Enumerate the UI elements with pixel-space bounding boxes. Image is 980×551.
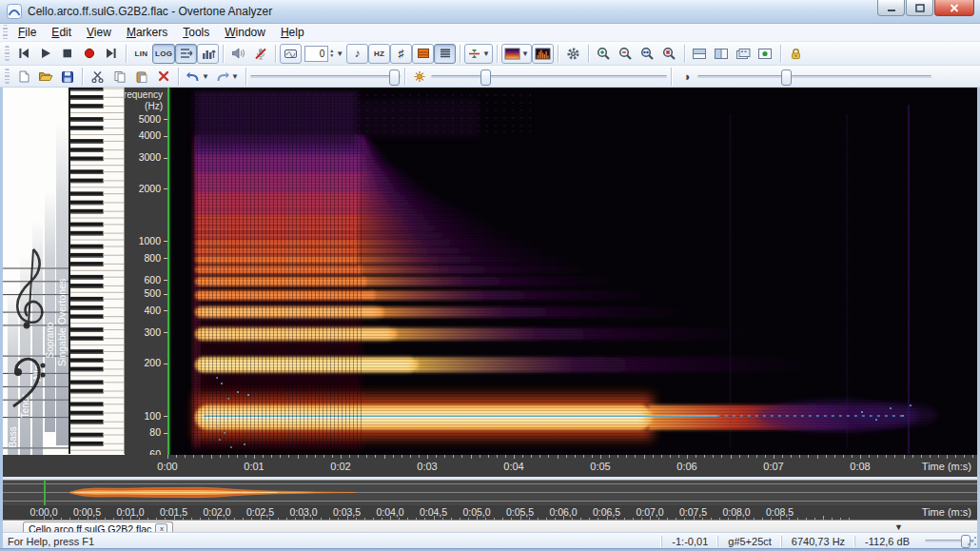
- spectrum-view-button[interactable]: [532, 44, 554, 64]
- zoom-reset-button[interactable]: [658, 44, 680, 64]
- playback-position-slider[interactable]: [250, 69, 401, 85]
- linear-scale-button[interactable]: LIN: [130, 44, 152, 64]
- slider-thumb[interactable]: [480, 69, 491, 86]
- piano-keyboard-and-staves[interactable]: BassTenorAltoSopranoSingable Overtones: [3, 88, 125, 455]
- chevron-down-icon[interactable]: ▼: [336, 49, 343, 58]
- split-arrows-icon: [467, 48, 481, 60]
- spectrogram-view[interactable]: [167, 88, 977, 455]
- slider-thumb[interactable]: [781, 69, 792, 86]
- title-bar[interactable]: Cello.arco.ff.sulG.G2B2.flac - Overtone …: [0, 0, 980, 24]
- log-scale-button[interactable]: LOG: [152, 44, 175, 64]
- lock-layout-button[interactable]: [785, 44, 807, 64]
- time-tick-mark: [756, 455, 757, 458]
- status-help-text: For Help, press F1: [0, 536, 661, 547]
- zoom-in-button[interactable]: [593, 44, 615, 64]
- menu-edit[interactable]: Edit: [44, 25, 79, 40]
- time-axis-unit-label: Time (m:s): [922, 461, 971, 472]
- overview-time-axis[interactable]: 0:00,00:00,50:01,00:01,50:02,00:02,50:03…: [3, 505, 977, 520]
- record-button[interactable]: [78, 44, 100, 64]
- go-to-end-button[interactable]: [100, 44, 122, 64]
- toolbar-grip[interactable]: [5, 46, 10, 61]
- time-tick-mark: [661, 455, 662, 458]
- time-tick-mark: [644, 455, 645, 459]
- follow-lines-icon: [179, 48, 194, 59]
- toolbar-grip[interactable]: [3, 25, 8, 40]
- chevron-down-icon[interactable]: ▼: [482, 49, 490, 58]
- stop-button[interactable]: [56, 44, 78, 64]
- copy-button[interactable]: [108, 67, 130, 87]
- freq-tick-label: 400: [144, 305, 161, 316]
- go-to-start-button[interactable]: [12, 44, 34, 64]
- tab-list-dropdown-icon[interactable]: ▼: [894, 522, 903, 532]
- menu-markers[interactable]: Markers: [119, 25, 175, 40]
- export-chart-button[interactable]: [197, 44, 219, 64]
- brightness-slider[interactable]: [431, 69, 667, 85]
- time-tick-mark: [271, 455, 272, 458]
- transpose-value[interactable]: 0: [304, 46, 328, 62]
- sharp-notation-button[interactable]: ♯: [390, 44, 412, 64]
- playback-cursor[interactable]: [167, 88, 169, 455]
- note-names-button[interactable]: ♪: [346, 44, 368, 64]
- layout-new-view-button[interactable]: [755, 44, 776, 64]
- maximize-button[interactable]: [906, 0, 933, 16]
- time-axis[interactable]: 0:000:010:020:030:040:050:060:070:08Time…: [3, 455, 977, 477]
- freq-tick-label: 1000: [139, 235, 161, 246]
- layout-columns-button[interactable]: [711, 44, 733, 64]
- minimize-button[interactable]: [877, 0, 905, 16]
- chevron-down-icon[interactable]: ▼: [231, 72, 239, 81]
- pitch-ruler-panel[interactable]: BassTenorAltoSopranoSingable Overtones: [3, 88, 125, 455]
- orange-block-icon: [417, 48, 430, 59]
- new-file-button[interactable]: [12, 67, 34, 87]
- follow-playback-button[interactable]: [175, 44, 197, 64]
- display-blocks-button[interactable]: [412, 44, 434, 64]
- overview-tick-label: 0:04,5: [420, 506, 447, 518]
- chevron-down-icon[interactable]: ▼: [202, 72, 209, 81]
- spinner-arrows[interactable]: ▲▼: [329, 49, 334, 58]
- menu-file[interactable]: File: [10, 25, 44, 40]
- hz-display-button[interactable]: HZ: [368, 44, 390, 64]
- transpose-spinner[interactable]: 0 ▲▼ ▼: [302, 44, 346, 64]
- close-button[interactable]: [934, 0, 974, 16]
- save-button[interactable]: [56, 67, 78, 87]
- main-toolbar: LIN LOG 0 ▲▼ ▼ ♪ HZ ♯ ▼: [0, 42, 980, 66]
- overview-tick-label: 0:04,0: [376, 506, 403, 518]
- status-frequency-readout: 6740,73 Hz: [781, 536, 854, 547]
- menu-help[interactable]: Help: [273, 25, 312, 40]
- menu-tools[interactable]: Tools: [175, 25, 217, 40]
- time-tick-mark: [704, 455, 705, 458]
- paste-icon: [135, 70, 148, 83]
- zoom-fit-width-button[interactable]: [637, 44, 658, 64]
- waveform-overview[interactable]: [3, 480, 977, 505]
- lock-icon: [790, 48, 802, 60]
- speaker-button[interactable]: [227, 44, 249, 64]
- menu-view[interactable]: View: [79, 25, 119, 40]
- play-button[interactable]: [34, 44, 56, 64]
- toolbar-grip[interactable]: [5, 69, 10, 84]
- resize-grip[interactable]: [966, 535, 977, 546]
- contrast-slider[interactable]: [697, 69, 931, 85]
- spectrogram-colormap-icon: [504, 48, 520, 60]
- open-file-button[interactable]: [34, 67, 56, 87]
- time-tick-mark: [947, 455, 948, 459]
- undo-button[interactable]: ▼: [183, 67, 212, 87]
- envelope-filter-button[interactable]: [280, 44, 302, 64]
- zoom-out-button[interactable]: [615, 44, 637, 64]
- delete-button[interactable]: [152, 67, 174, 87]
- microphone-muted-button[interactable]: [249, 44, 271, 64]
- chevron-down-icon[interactable]: ▼: [521, 49, 529, 58]
- display-lines-button[interactable]: [434, 44, 456, 64]
- overview-playback-cursor[interactable]: [44, 480, 46, 505]
- frequency-axis[interactable]: Frequency (Hz) 5000400030002000100080060…: [125, 88, 167, 455]
- layout-rows-button[interactable]: [689, 44, 711, 64]
- menu-window[interactable]: Window: [217, 25, 273, 40]
- split-view-button[interactable]: ▼: [464, 44, 493, 64]
- settings-button[interactable]: [562, 44, 584, 64]
- redo-button[interactable]: ▼: [212, 67, 242, 87]
- time-tick-mark: [739, 455, 740, 458]
- paste-button[interactable]: [130, 67, 152, 87]
- slider-thumb[interactable]: [389, 69, 400, 86]
- skip-end-icon: [105, 48, 118, 59]
- cut-button[interactable]: [87, 67, 108, 87]
- layout-cascade-button[interactable]: [733, 44, 755, 64]
- colormap-button[interactable]: ▼: [501, 44, 532, 64]
